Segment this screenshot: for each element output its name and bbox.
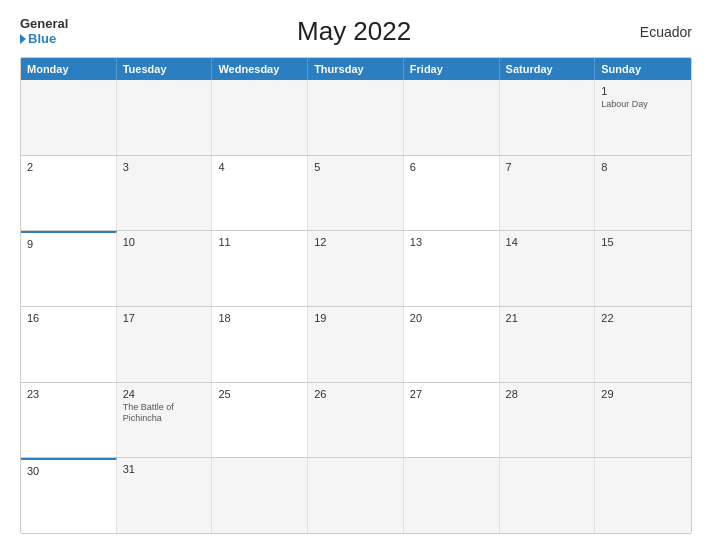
logo-general-text: General xyxy=(20,17,68,31)
calendar-cell-r5-c3 xyxy=(308,458,404,533)
calendar-cell-r5-c1: 31 xyxy=(117,458,213,533)
weekday-wednesday: Wednesday xyxy=(212,58,308,80)
day-number-7: 7 xyxy=(506,161,589,173)
calendar-cell-r3-c3: 19 xyxy=(308,307,404,382)
calendar-row-3: 16171819202122 xyxy=(21,307,691,383)
calendar-body: 1Labour Day23456789101112131415161718192… xyxy=(21,80,691,533)
calendar-cell-r3-c5: 21 xyxy=(500,307,596,382)
calendar-cell-r1-c1: 3 xyxy=(117,156,213,231)
day-number-29: 29 xyxy=(601,388,685,400)
day-number-27: 27 xyxy=(410,388,493,400)
calendar-cell-r3-c4: 20 xyxy=(404,307,500,382)
calendar-cell-r4-c2: 25 xyxy=(212,383,308,458)
day-event: The Battle of Pichincha xyxy=(123,402,206,425)
calendar-cell-r5-c5 xyxy=(500,458,596,533)
day-number-8: 8 xyxy=(601,161,685,173)
day-number-23: 23 xyxy=(27,388,110,400)
calendar-cell-r3-c2: 18 xyxy=(212,307,308,382)
weekday-saturday: Saturday xyxy=(500,58,596,80)
calendar-cell-r0-c2 xyxy=(212,80,308,155)
day-number-31: 31 xyxy=(123,463,206,475)
calendar-cell-r4-c4: 27 xyxy=(404,383,500,458)
day-event: Labour Day xyxy=(601,99,685,111)
calendar-cell-r5-c0: 30 xyxy=(21,458,117,533)
day-number-11: 11 xyxy=(218,236,301,248)
weekday-monday: Monday xyxy=(21,58,117,80)
day-number-25: 25 xyxy=(218,388,301,400)
day-number-26: 26 xyxy=(314,388,397,400)
calendar-cell-r2-c6: 15 xyxy=(595,231,691,306)
logo-triangle-icon xyxy=(20,34,26,44)
day-number-13: 13 xyxy=(410,236,493,248)
day-number-14: 14 xyxy=(506,236,589,248)
calendar-title: May 2022 xyxy=(297,16,411,47)
logo: General Blue xyxy=(20,17,68,46)
day-number-4: 4 xyxy=(218,161,301,173)
weekday-sunday: Sunday xyxy=(595,58,691,80)
calendar-cell-r4-c1: 24The Battle of Pichincha xyxy=(117,383,213,458)
calendar-row-0: 1Labour Day xyxy=(21,80,691,156)
day-number-2: 2 xyxy=(27,161,110,173)
day-number-3: 3 xyxy=(123,161,206,173)
day-number-15: 15 xyxy=(601,236,685,248)
calendar-header: Monday Tuesday Wednesday Thursday Friday… xyxy=(21,58,691,80)
calendar: Monday Tuesday Wednesday Thursday Friday… xyxy=(20,57,692,534)
calendar-cell-r5-c2 xyxy=(212,458,308,533)
calendar-cell-r2-c2: 11 xyxy=(212,231,308,306)
day-number-6: 6 xyxy=(410,161,493,173)
calendar-cell-r0-c1 xyxy=(117,80,213,155)
day-number-1: 1 xyxy=(601,85,685,97)
calendar-cell-r4-c5: 28 xyxy=(500,383,596,458)
calendar-cell-r0-c4 xyxy=(404,80,500,155)
header: General Blue May 2022 Ecuador xyxy=(20,16,692,47)
weekday-friday: Friday xyxy=(404,58,500,80)
calendar-row-5: 3031 xyxy=(21,458,691,533)
calendar-cell-r2-c0: 9 xyxy=(21,231,117,306)
calendar-cell-r5-c6 xyxy=(595,458,691,533)
calendar-cell-r0-c6: 1Labour Day xyxy=(595,80,691,155)
calendar-cell-r3-c6: 22 xyxy=(595,307,691,382)
calendar-cell-r0-c5 xyxy=(500,80,596,155)
calendar-cell-r2-c1: 10 xyxy=(117,231,213,306)
calendar-cell-r4-c0: 23 xyxy=(21,383,117,458)
weekday-tuesday: Tuesday xyxy=(117,58,213,80)
day-number-18: 18 xyxy=(218,312,301,324)
calendar-row-1: 2345678 xyxy=(21,156,691,232)
calendar-row-2: 9101112131415 xyxy=(21,231,691,307)
day-number-30: 30 xyxy=(27,465,110,477)
calendar-row-4: 2324The Battle of Pichincha2526272829 xyxy=(21,383,691,459)
calendar-cell-r2-c4: 13 xyxy=(404,231,500,306)
calendar-cell-r0-c0 xyxy=(21,80,117,155)
calendar-cell-r4-c3: 26 xyxy=(308,383,404,458)
day-number-16: 16 xyxy=(27,312,110,324)
page: General Blue May 2022 Ecuador Monday Tue… xyxy=(0,0,712,550)
calendar-cell-r2-c5: 14 xyxy=(500,231,596,306)
day-number-5: 5 xyxy=(314,161,397,173)
calendar-cell-r4-c6: 29 xyxy=(595,383,691,458)
calendar-cell-r1-c0: 2 xyxy=(21,156,117,231)
day-number-24: 24 xyxy=(123,388,206,400)
day-number-20: 20 xyxy=(410,312,493,324)
calendar-cell-r1-c2: 4 xyxy=(212,156,308,231)
calendar-cell-r1-c3: 5 xyxy=(308,156,404,231)
calendar-cell-r1-c5: 7 xyxy=(500,156,596,231)
day-number-10: 10 xyxy=(123,236,206,248)
calendar-cell-r1-c4: 6 xyxy=(404,156,500,231)
day-number-22: 22 xyxy=(601,312,685,324)
day-number-19: 19 xyxy=(314,312,397,324)
day-number-28: 28 xyxy=(506,388,589,400)
day-number-12: 12 xyxy=(314,236,397,248)
calendar-cell-r3-c1: 17 xyxy=(117,307,213,382)
day-number-21: 21 xyxy=(506,312,589,324)
day-number-9: 9 xyxy=(27,238,110,250)
country-label: Ecuador xyxy=(640,24,692,40)
calendar-cell-r1-c6: 8 xyxy=(595,156,691,231)
day-number-17: 17 xyxy=(123,312,206,324)
logo-blue-text: Blue xyxy=(20,32,68,46)
calendar-cell-r0-c3 xyxy=(308,80,404,155)
calendar-cell-r5-c4 xyxy=(404,458,500,533)
weekday-thursday: Thursday xyxy=(308,58,404,80)
calendar-cell-r2-c3: 12 xyxy=(308,231,404,306)
calendar-cell-r3-c0: 16 xyxy=(21,307,117,382)
